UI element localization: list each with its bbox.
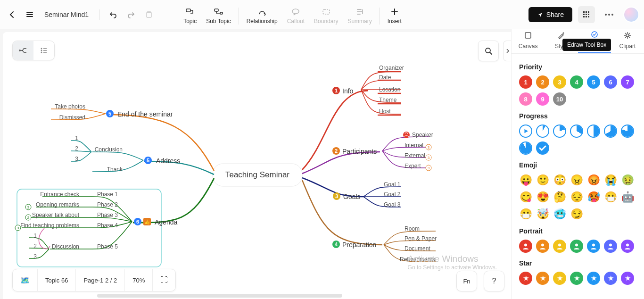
star-6[interactable]: ★	[621, 272, 634, 285]
help-button[interactable]: ?	[484, 271, 504, 291]
progress-1[interactable]	[536, 125, 549, 138]
svg-text:Organizer: Organizer	[379, 65, 404, 71]
tool-topic[interactable]: Topic	[179, 5, 201, 25]
page-indicator[interactable]: Page-1 2 / 2	[76, 269, 125, 291]
emoji-7[interactable]: 😋	[519, 191, 532, 204]
progress-6[interactable]	[621, 125, 634, 138]
star-3[interactable]: ★	[570, 272, 583, 285]
emoji-4[interactable]: 😡	[587, 174, 600, 187]
portrait-2[interactable]	[553, 240, 566, 253]
map-overview-button[interactable]: 🗺️	[13, 269, 38, 291]
emoji-1[interactable]: 🙂	[536, 174, 549, 187]
user-avatar[interactable]	[623, 7, 639, 23]
portrait-4[interactable]	[587, 240, 600, 253]
priority-4[interactable]: 4	[570, 75, 583, 89]
priority-10[interactable]: 10	[553, 92, 566, 106]
tool-boundary: Boundary	[309, 5, 343, 25]
svg-text:Speaker: Speaker	[412, 132, 433, 138]
more-icon[interactable]	[601, 6, 618, 23]
svg-text:Discussion: Discussion	[52, 243, 79, 250]
view-mindmap-icon[interactable]	[13, 41, 33, 60]
portrait-1[interactable]	[536, 240, 549, 253]
progress-0[interactable]	[519, 125, 532, 138]
doc-title[interactable]: Seminar Mind1	[41, 11, 92, 18]
tab-clipart[interactable]: Clipart	[611, 28, 644, 53]
svg-text:1: 1	[75, 135, 78, 141]
status-bar: 🗺️ Topic 66 Page-1 2 / 2 70% ⛶	[12, 269, 176, 291]
svg-rect-10	[583, 14, 585, 15]
emoji-8[interactable]: 😍	[536, 191, 549, 204]
emoji-14[interactable]: 😷	[519, 208, 532, 221]
zoom-level[interactable]: 70%	[125, 269, 153, 291]
svg-rect-108	[525, 33, 531, 38]
emoji-11[interactable]: 🥵	[587, 191, 600, 204]
star-1[interactable]: ★	[536, 272, 549, 285]
tab-canvas[interactable]: Canvas	[512, 28, 545, 53]
star-2[interactable]: ★	[553, 272, 566, 285]
star-0[interactable]: ★	[519, 272, 532, 285]
svg-point-118	[609, 244, 612, 247]
portrait-0[interactable]	[519, 240, 532, 253]
horizontal-scrollbar[interactable]	[97, 294, 342, 298]
emoji-12[interactable]: 😷	[604, 191, 617, 204]
svg-point-115	[558, 244, 561, 247]
portrait-3[interactable]	[570, 240, 583, 253]
progress-4[interactable]	[587, 125, 600, 138]
progress-7[interactable]	[519, 141, 532, 155]
side-tabs: Edraw Tool Box CanvasStyleMarkClipart	[512, 29, 644, 54]
svg-text:2: 2	[75, 145, 78, 152]
progress-5[interactable]	[604, 125, 617, 138]
undo-icon[interactable]	[106, 8, 120, 22]
emoji-10[interactable]: 😔	[570, 191, 583, 204]
svg-rect-13	[583, 16, 585, 17]
tool-relationship[interactable]: Relationship	[242, 5, 282, 25]
fn-button[interactable]: Fn	[456, 271, 477, 291]
emoji-9[interactable]: 🤔	[553, 191, 566, 204]
svg-point-113	[524, 244, 527, 247]
progress-8[interactable]	[536, 141, 549, 155]
topic-count[interactable]: Topic 66	[38, 269, 76, 291]
top-toolbar: Seminar Mind1 TopicSub TopicRelationship…	[0, 0, 644, 29]
fullscreen-button[interactable]: ⛶	[153, 269, 175, 291]
apps-grid-icon[interactable]	[578, 6, 595, 23]
emoji-2[interactable]: 😳	[553, 174, 566, 187]
svg-point-109	[563, 33, 564, 34]
tool-insert[interactable]: Insert	[383, 5, 406, 25]
view-outline-icon[interactable]	[33, 41, 54, 60]
tool-subtopic[interactable]: Sub Topic	[201, 5, 235, 25]
search-button[interactable]	[478, 41, 499, 61]
priority-7[interactable]: 7	[621, 75, 634, 89]
star-5[interactable]: ★	[604, 272, 617, 285]
emoji-16[interactable]: 🥶	[553, 208, 566, 221]
paste-icon[interactable]	[142, 8, 156, 22]
menu-icon[interactable]	[23, 8, 37, 22]
priority-1[interactable]: 1	[519, 75, 532, 89]
priority-8[interactable]: 8	[519, 92, 532, 106]
emoji-0[interactable]: 😛	[519, 174, 532, 187]
emoji-13[interactable]: 🤖	[621, 191, 634, 204]
star-4[interactable]: ★	[587, 272, 600, 285]
emoji-3[interactable]: 😠	[570, 174, 583, 187]
portrait-6[interactable]	[621, 240, 634, 253]
share-button[interactable]: Share	[528, 7, 572, 22]
portrait-5[interactable]	[604, 240, 617, 253]
svg-text:Goals: Goals	[343, 193, 361, 200]
svg-point-116	[575, 244, 578, 247]
emoji-5[interactable]: 😭	[604, 174, 617, 187]
priority-6[interactable]: 6	[604, 75, 617, 89]
svg-text:👍: 👍	[144, 219, 150, 225]
svg-rect-3	[215, 9, 218, 11]
priority-9[interactable]: 9	[536, 92, 549, 106]
progress-2[interactable]	[553, 125, 566, 138]
emoji-15[interactable]: 🤯	[536, 208, 549, 221]
priority-3[interactable]: 3	[553, 75, 566, 89]
panel-collapse-icon[interactable]	[503, 41, 511, 61]
progress-3[interactable]	[570, 125, 583, 138]
emoji-6[interactable]: 🤢	[621, 174, 634, 187]
priority-2[interactable]: 2	[536, 75, 549, 89]
priority-5[interactable]: 5	[587, 75, 600, 89]
emoji-17[interactable]: 😏	[570, 208, 583, 221]
back-icon[interactable]	[5, 8, 19, 22]
canvas[interactable]: Teaching Seminar 1 Info Organizer Date L…	[3, 32, 511, 299]
redo-icon[interactable]	[124, 8, 138, 22]
